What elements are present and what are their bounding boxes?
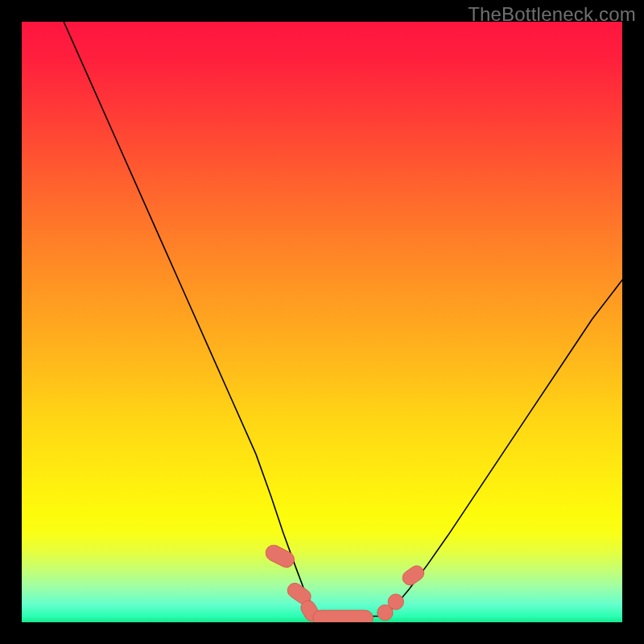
series-left-curve (64, 22, 322, 617)
marker-3 (313, 610, 374, 622)
chart-frame (22, 22, 622, 622)
curve-markers (263, 543, 427, 622)
watermark-label: TheBottleneck.com (468, 3, 636, 26)
marker-0 (263, 543, 297, 570)
marker-5 (388, 594, 403, 609)
bottleneck-curves (64, 22, 622, 617)
chart-overlay (22, 22, 622, 622)
marker-6 (400, 563, 427, 588)
